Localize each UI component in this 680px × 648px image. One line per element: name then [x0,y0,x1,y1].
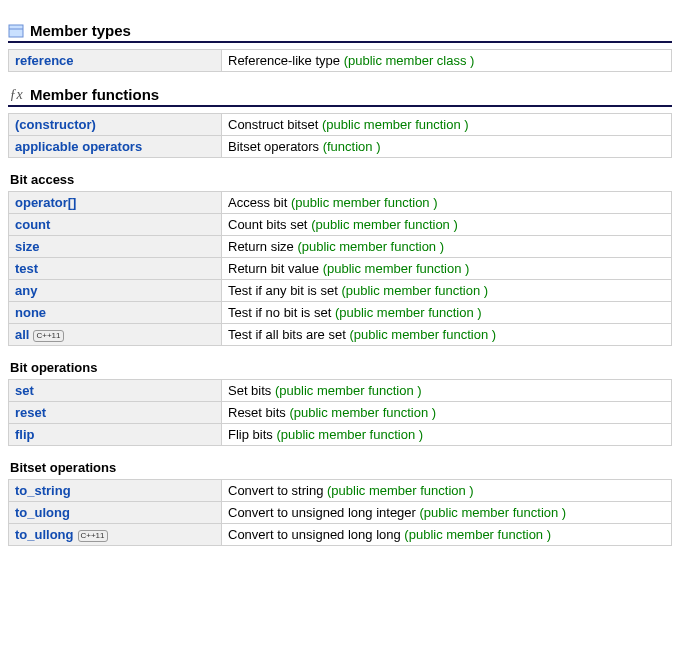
member-name-cell: set [9,380,222,402]
member-type: (public member function ) [291,195,438,210]
member-desc-cell: Test if no bit is set (public member fun… [222,302,672,324]
api-reference: Member typesreferenceReference-like type… [8,22,672,546]
member-name-cell: to_string [9,480,222,502]
cpp11-badge: C++11 [78,530,108,542]
members-table: referenceReference-like type (public mem… [8,49,672,72]
member-link[interactable]: to_string [15,483,71,498]
member-link[interactable]: to_ullong [15,527,74,542]
member-desc: Return bit value [228,261,319,276]
member-type: (public member function ) [289,405,436,420]
subsection-title: Bit operations [10,360,672,375]
member-desc-cell: Count bits set (public member function ) [222,214,672,236]
section-header: ƒxMember functions [8,86,672,107]
member-type: (public member function ) [420,505,567,520]
member-desc: Construct bitset [228,117,318,132]
member-desc: Access bit [228,195,287,210]
member-name-cell: reset [9,402,222,424]
member-link[interactable]: count [15,217,50,232]
member-name-cell: reference [9,50,222,72]
member-link[interactable]: to_ulong [15,505,70,520]
member-type: (public member class ) [344,53,475,68]
member-link[interactable]: any [15,283,37,298]
table-row: setSet bits (public member function ) [9,380,672,402]
table-row: sizeReturn size (public member function … [9,236,672,258]
member-desc-cell: Bitset operators (function ) [222,136,672,158]
member-desc-cell: Test if all bits are set (public member … [222,324,672,346]
member-link[interactable]: reference [15,53,74,68]
member-name-cell: none [9,302,222,324]
member-link[interactable]: applicable operators [15,139,142,154]
table-row: (constructor)Construct bitset (public me… [9,114,672,136]
member-desc-cell: Convert to string (public member functio… [222,480,672,502]
member-desc: Reference-like type [228,53,340,68]
members-table: to_stringConvert to string (public membe… [8,479,672,546]
table-row: to_stringConvert to string (public membe… [9,480,672,502]
member-desc: Flip bits [228,427,273,442]
svg-rect-0 [9,25,23,37]
member-type: (public member function ) [327,483,474,498]
member-desc-cell: Convert to unsigned long integer (public… [222,502,672,524]
table-row: operator[]Access bit (public member func… [9,192,672,214]
member-desc-cell: Flip bits (public member function ) [222,424,672,446]
member-desc-cell: Construct bitset (public member function… [222,114,672,136]
member-name-cell: to_ullongC++11 [9,524,222,546]
member-desc-cell: Set bits (public member function ) [222,380,672,402]
member-desc: Convert to unsigned long long [228,527,401,542]
member-desc: Reset bits [228,405,286,420]
member-desc-cell: Convert to unsigned long long (public me… [222,524,672,546]
table-row: resetReset bits (public member function … [9,402,672,424]
table-row: flipFlip bits (public member function ) [9,424,672,446]
member-desc-cell: Return bit value (public member function… [222,258,672,280]
table-row: to_ullongC++11Convert to unsigned long l… [9,524,672,546]
table-row: noneTest if no bit is set (public member… [9,302,672,324]
member-link[interactable]: none [15,305,46,320]
table-row: allC++11Test if all bits are set (public… [9,324,672,346]
function-icon: ƒx [8,87,24,103]
member-name-cell: allC++11 [9,324,222,346]
member-name-cell: size [9,236,222,258]
member-name-cell: operator[] [9,192,222,214]
member-type: (public member function ) [335,305,482,320]
member-name-cell: to_ulong [9,502,222,524]
member-link[interactable]: reset [15,405,46,420]
member-name-cell: applicable operators [9,136,222,158]
member-link[interactable]: size [15,239,40,254]
section-title: Member types [30,22,131,39]
member-desc: Set bits [228,383,271,398]
member-desc: Test if no bit is set [228,305,331,320]
class-icon [8,23,24,39]
member-link[interactable]: test [15,261,38,276]
section-header: Member types [8,22,672,43]
member-name-cell: any [9,280,222,302]
member-desc: Bitset operators [228,139,319,154]
member-desc: Count bits set [228,217,308,232]
member-name-cell: (constructor) [9,114,222,136]
member-desc: Return size [228,239,294,254]
member-link[interactable]: operator[] [15,195,76,210]
member-link[interactable]: set [15,383,34,398]
members-table: (constructor)Construct bitset (public me… [8,113,672,158]
member-link[interactable]: (constructor) [15,117,96,132]
member-name-cell: test [9,258,222,280]
member-link[interactable]: all [15,327,29,342]
member-desc-cell: Reference-like type (public member class… [222,50,672,72]
member-link[interactable]: flip [15,427,35,442]
member-type: (public member function ) [404,527,551,542]
member-type: (public member function ) [275,383,422,398]
member-type: (public member function ) [311,217,458,232]
table-row: to_ulongConvert to unsigned long integer… [9,502,672,524]
member-type: (public member function ) [297,239,444,254]
member-desc-cell: Test if any bit is set (public member fu… [222,280,672,302]
member-desc: Convert to unsigned long integer [228,505,416,520]
member-desc: Test if all bits are set [228,327,346,342]
member-desc-cell: Reset bits (public member function ) [222,402,672,424]
member-desc: Convert to string [228,483,323,498]
members-table: setSet bits (public member function )res… [8,379,672,446]
member-desc: Test if any bit is set [228,283,338,298]
table-row: applicable operatorsBitset operators (fu… [9,136,672,158]
table-row: anyTest if any bit is set (public member… [9,280,672,302]
member-desc-cell: Access bit (public member function ) [222,192,672,214]
member-type: (public member function ) [341,283,488,298]
member-type: (public member function ) [323,261,470,276]
member-desc-cell: Return size (public member function ) [222,236,672,258]
